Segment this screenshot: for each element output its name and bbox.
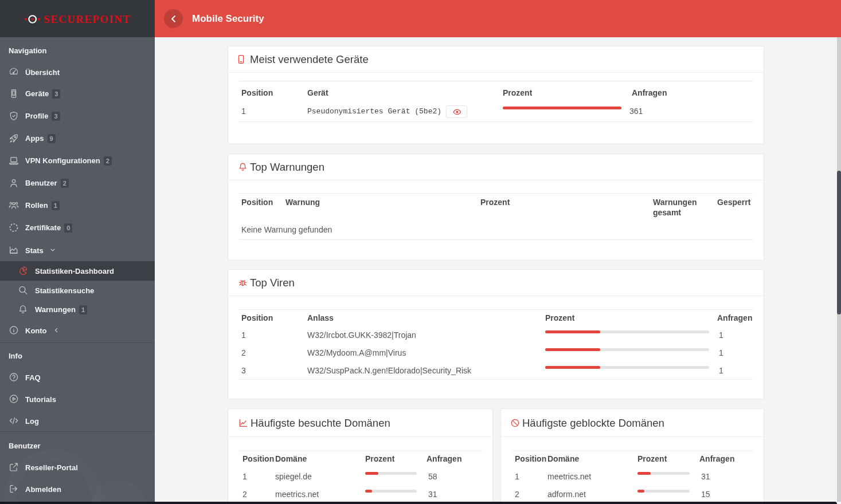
svg-text:SECUREPOINT: SECUREPOINT <box>44 13 131 25</box>
